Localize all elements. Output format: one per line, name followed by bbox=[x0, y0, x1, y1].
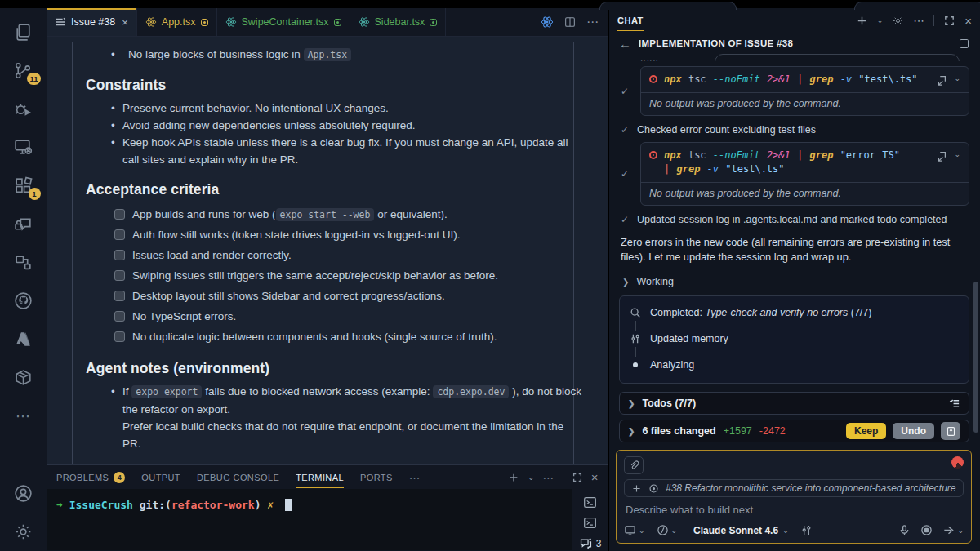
new-chat-icon[interactable] bbox=[856, 15, 868, 27]
modified-indicator-icon[interactable] bbox=[430, 19, 437, 26]
more-tabs-icon[interactable]: ⋯ bbox=[409, 471, 421, 484]
tab-label: Sidebar.tsx bbox=[375, 16, 425, 28]
tab-debug-console[interactable]: DEBUG CONSOLE bbox=[197, 465, 279, 489]
terminal-prompt: ➜ IssueCrush git:(refactor-work) ✗ bbox=[56, 499, 572, 511]
chat-input-placeholder[interactable]: Describe what to build next bbox=[626, 504, 964, 516]
attach-context-button[interactable] bbox=[624, 456, 644, 474]
references-icon[interactable] bbox=[5, 243, 42, 282]
tools-icon bbox=[630, 333, 641, 344]
command-output: No output was produced by the command. bbox=[641, 92, 969, 115]
explorer-icon[interactable] bbox=[5, 13, 42, 51]
expand-output-chevron-icon[interactable]: ⌄ bbox=[954, 150, 960, 162]
tab-ports[interactable]: PORTS bbox=[360, 465, 393, 489]
account-icon[interactable] bbox=[5, 474, 42, 513]
command-record-icon bbox=[649, 151, 657, 159]
chat-settings-gear-icon[interactable] bbox=[892, 15, 904, 27]
chat-message-list[interactable]: ‥‥‥ ✓ npx tsc --noEmit 2>&1 | grep bbox=[609, 54, 980, 452]
more-actions-icon[interactable]: ⋯ bbox=[913, 14, 924, 27]
microphone-icon[interactable] bbox=[898, 524, 911, 536]
maximize-panel-icon[interactable] bbox=[572, 472, 583, 483]
working-collapsible[interactable]: ❯ Working bbox=[622, 276, 969, 287]
terminal-view[interactable]: ➜ IssueCrush git:(refactor-work) ✗ bbox=[47, 489, 572, 550]
files-changed-row[interactable]: ❯ 6 files changed +1597 -2472 Keep Undo bbox=[619, 420, 969, 442]
close-panel-icon[interactable]: × bbox=[591, 470, 599, 484]
extensions-badge: 1 bbox=[29, 188, 41, 200]
command-text: npx tsc --noEmit 2>&1 | grep "error TS" … bbox=[664, 149, 909, 176]
context-attachment-pill[interactable]: #38 Refactor monolithic service into com… bbox=[624, 479, 964, 497]
more-actions-icon[interactable]: ⋯ bbox=[5, 397, 42, 435]
undo-button[interactable]: Undo bbox=[893, 423, 934, 439]
thread-title: IMPLEMENTATION OF ISSUE #38 bbox=[639, 38, 793, 48]
terminal-instance-icon[interactable] bbox=[583, 495, 597, 509]
terminal-profile-chevron-icon[interactable]: ⌄ bbox=[528, 473, 534, 482]
todos-row[interactable]: ❯ Todos (7/7) bbox=[619, 392, 969, 415]
model-picker[interactable]: Claude Sonnet 4.6 ⌄ bbox=[688, 525, 789, 536]
keep-button[interactable]: Keep bbox=[846, 423, 886, 439]
insert-into-terminal-icon[interactable] bbox=[936, 150, 947, 162]
back-icon[interactable]: ← bbox=[619, 37, 631, 51]
issue-body: No large blocks of business logic in App… bbox=[72, 42, 574, 464]
close-icon[interactable]: × bbox=[122, 16, 128, 29]
split-editor-icon[interactable] bbox=[564, 16, 577, 29]
run-debug-icon[interactable] bbox=[5, 90, 42, 128]
chat-sessions-count[interactable]: 3 bbox=[579, 536, 602, 550]
remote-explorer-icon[interactable] bbox=[5, 128, 42, 167]
azure-icon[interactable] bbox=[5, 320, 42, 358]
checkbox[interactable] bbox=[114, 331, 125, 342]
source-control-badge: 11 bbox=[27, 73, 40, 85]
container-package-icon[interactable] bbox=[5, 358, 42, 397]
checkbox[interactable] bbox=[114, 311, 125, 322]
comment-lock-icon[interactable] bbox=[5, 205, 42, 243]
stop-icon[interactable] bbox=[920, 524, 933, 536]
inline-code: expo start --web bbox=[276, 208, 375, 221]
more-actions-icon[interactable]: ⋯ bbox=[586, 15, 599, 29]
checklist-icon[interactable] bbox=[948, 398, 960, 410]
chat-input-toolbar: ⌄ ⌄ Claude Sonnet 4.6 ⌄ ⌄ bbox=[624, 524, 964, 536]
file-save-icon bbox=[946, 426, 956, 437]
acceptance-item: No duplicate logic between components an… bbox=[109, 327, 552, 347]
mode-picker[interactable]: ⌄ bbox=[657, 524, 678, 536]
expand-output-chevron-icon[interactable]: ⌄ bbox=[954, 74, 960, 86]
checkbox[interactable] bbox=[114, 291, 125, 301]
inline-code: cdp.expo.dev bbox=[433, 385, 509, 398]
maximize-chat-icon[interactable] bbox=[943, 15, 956, 27]
send-button[interactable]: ⌄ bbox=[942, 524, 964, 536]
more-actions-icon[interactable]: ⋯ bbox=[542, 471, 554, 484]
checkbox[interactable] bbox=[114, 270, 125, 281]
tab-app-tsx[interactable]: App.tsx bbox=[137, 8, 217, 36]
view-diff-button[interactable] bbox=[941, 422, 960, 440]
tab-terminal[interactable]: TERMINAL bbox=[296, 465, 344, 489]
agent-mode-picker[interactable]: ⌄ bbox=[624, 524, 645, 536]
tab-output[interactable]: OUTPUT bbox=[141, 465, 180, 489]
tab-issue-38[interactable]: Issue #38 × bbox=[47, 8, 137, 36]
acceptance-item: Issues load and render correctly. bbox=[109, 245, 552, 265]
configure-tools-icon[interactable] bbox=[800, 524, 813, 536]
open-in-editor-icon[interactable] bbox=[958, 38, 970, 50]
close-chat-icon[interactable]: × bbox=[964, 14, 972, 28]
bottom-panel: PROBLEMS4 OUTPUT DEBUG CONSOLE TERMINAL … bbox=[47, 464, 608, 550]
tab-swipecontainer-tsx[interactable]: SwipeContainer.tsx bbox=[217, 8, 350, 36]
plus-icon[interactable] bbox=[631, 483, 642, 494]
tab-problems[interactable]: PROBLEMS4 bbox=[56, 465, 125, 489]
source-control-icon[interactable]: 11 bbox=[5, 51, 42, 90]
tab-sidebar-tsx[interactable]: Sidebar.tsx bbox=[350, 8, 447, 36]
settings-gear-icon[interactable] bbox=[5, 513, 42, 551]
modified-indicator-icon[interactable] bbox=[201, 19, 208, 26]
react-devtools-icon[interactable] bbox=[541, 16, 554, 29]
chat-input-box[interactable]: #38 Refactor monolithic service into com… bbox=[616, 450, 972, 544]
extensions-icon[interactable]: 1 bbox=[5, 167, 42, 205]
modified-indicator-icon[interactable] bbox=[334, 19, 341, 26]
chat-scrollbar[interactable] bbox=[973, 282, 978, 433]
issue-bullet: Preserve current behavior. No intentiona… bbox=[109, 100, 552, 117]
checkbox[interactable] bbox=[114, 209, 125, 220]
new-terminal-icon[interactable] bbox=[508, 472, 519, 483]
progress-connector bbox=[635, 321, 636, 331]
github-icon[interactable] bbox=[5, 282, 42, 320]
chat-tab[interactable]: CHAT bbox=[617, 8, 644, 33]
context-usage-pie-icon[interactable] bbox=[951, 456, 964, 469]
insert-into-terminal-icon[interactable] bbox=[936, 74, 947, 86]
checkbox[interactable] bbox=[114, 250, 125, 260]
terminal-instance-icon[interactable] bbox=[583, 516, 597, 530]
checkbox[interactable] bbox=[114, 229, 125, 240]
new-chat-chevron-icon[interactable]: ⌄ bbox=[877, 16, 884, 24]
